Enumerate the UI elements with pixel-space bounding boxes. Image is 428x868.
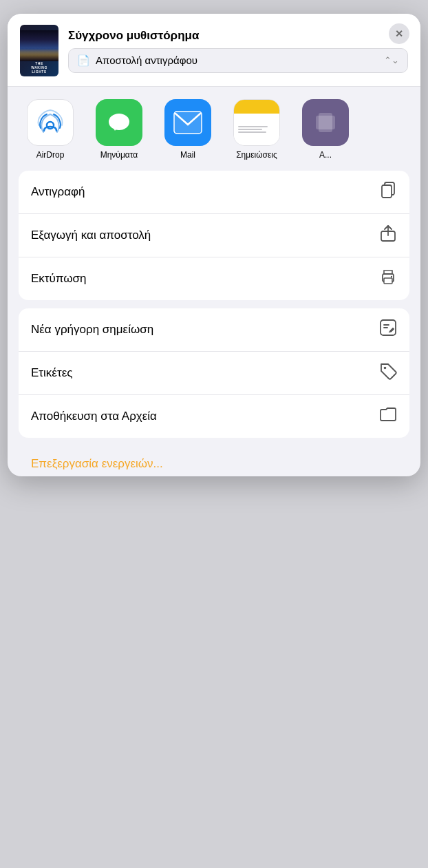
sheet-header: THEWAKINGLIGHTS Σύγχρονο μυθιστόρημα 📄 Α… — [8, 14, 420, 87]
quick-note-icon — [379, 319, 397, 341]
copy-icon — [379, 181, 397, 203]
export-label: Εξαγωγή και αποστολή — [31, 229, 151, 242]
messages-icon-container — [96, 99, 142, 146]
chevron-updown-icon: ⌃⌄ — [384, 55, 399, 65]
book-cover: THEWAKINGLIGHTS — [20, 25, 58, 76]
svg-point-12 — [391, 276, 392, 277]
action-group-1: Αντιγραφή Εξαγωγή και αποστολή — [19, 171, 409, 300]
action-selector[interactable]: 📄 Αποστολή αντιγράφου ⌃⌄ — [68, 48, 408, 73]
mail-svg — [173, 111, 202, 134]
svg-rect-11 — [384, 278, 392, 284]
messages-svg — [105, 109, 133, 136]
quick-note-action[interactable]: Νέα γρήγορη σημείωση — [19, 308, 409, 352]
copy-label: Αντιγραφή — [31, 185, 85, 199]
more-icon-container — [302, 99, 349, 146]
svg-rect-13 — [381, 320, 396, 335]
folder-icon — [379, 405, 397, 427]
export-icon — [379, 224, 397, 246]
edit-actions-label: Επεξεργασία ενεργειών... — [31, 457, 163, 470]
print-icon — [379, 268, 397, 290]
app-messages[interactable]: Μηνύματα — [85, 99, 153, 160]
header-info: Σύγχρονο μυθιστόρημα 📄 Αποστολή αντιγράφ… — [68, 29, 408, 73]
quick-note-label: Νέα γρήγορη σημείωση — [31, 323, 153, 337]
app-more[interactable]: Α... — [291, 99, 360, 160]
svg-point-14 — [384, 367, 387, 370]
save-files-action[interactable]: Αποθήκευση στα Αρχεία — [19, 395, 409, 438]
svg-rect-6 — [319, 113, 332, 132]
notes-line-2 — [238, 129, 262, 130]
copy-action[interactable]: Αντιγραφή — [19, 171, 409, 214]
actions-section: Αντιγραφή Εξαγωγή και αποστολή — [8, 171, 420, 476]
print-action[interactable]: Εκτύπωση — [19, 257, 409, 300]
more-label: Α... — [319, 150, 332, 160]
messages-label: Μηνύματα — [100, 150, 138, 160]
action-selector-label: Αποστολή αντιγράφου — [96, 54, 378, 66]
airdrop-label: AirDrop — [36, 150, 65, 160]
notes-icon-container — [233, 99, 280, 146]
notes-top — [234, 100, 279, 114]
airdrop-svg — [35, 107, 65, 138]
more-svg — [313, 110, 338, 135]
svg-rect-3 — [174, 112, 202, 134]
close-button[interactable]: ✕ — [389, 23, 409, 44]
book-title: Σύγχρονο μυθιστόρημα — [68, 29, 408, 43]
action-group-2: Νέα γρήγορη σημείωση Ετικέτες — [19, 308, 409, 438]
print-label: Εκτύπωση — [31, 272, 87, 286]
apps-row: AirDrop Μηνύματα — [8, 99, 420, 160]
notes-inner — [234, 100, 279, 145]
svg-rect-8 — [382, 185, 392, 198]
document-icon: 📄 — [77, 54, 90, 67]
tags-icon — [379, 362, 397, 384]
share-sheet: THEWAKINGLIGHTS Σύγχρονο μυθιστόρημα 📄 Α… — [8, 14, 420, 476]
tags-label: Ετικέτες — [31, 366, 72, 380]
app-airdrop[interactable]: AirDrop — [16, 99, 85, 160]
notes-label: Σημειώσεις — [236, 150, 277, 160]
mail-label: Mail — [180, 150, 195, 160]
app-mail[interactable]: Mail — [153, 99, 222, 160]
mail-icon-container — [164, 99, 211, 146]
apps-section: AirDrop Μηνύματα — [8, 87, 420, 171]
app-notes[interactable]: Σημειώσεις — [222, 99, 291, 160]
airdrop-icon-container — [27, 99, 74, 146]
save-files-label: Αποθήκευση στα Αρχεία — [31, 410, 157, 423]
svg-point-1 — [109, 114, 129, 130]
export-action[interactable]: Εξαγωγή και αποστολή — [19, 214, 409, 257]
tags-action[interactable]: Ετικέτες — [19, 352, 409, 395]
notes-line-3 — [238, 131, 266, 133]
edit-actions[interactable]: Επεξεργασία ενεργειών... — [19, 446, 409, 476]
notes-line-1 — [238, 126, 268, 127]
notes-bottom — [234, 114, 279, 145]
